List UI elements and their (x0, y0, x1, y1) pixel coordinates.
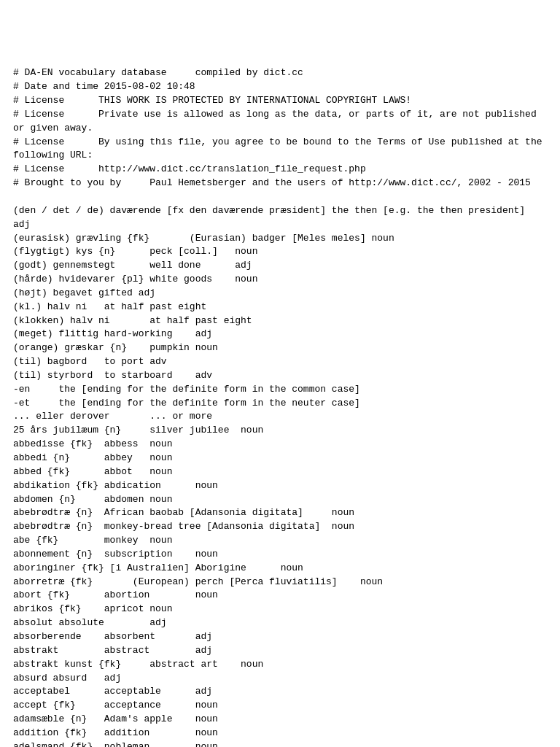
dictionary-content: # DA-EN vocabulary database compiled by … (13, 66, 547, 747)
